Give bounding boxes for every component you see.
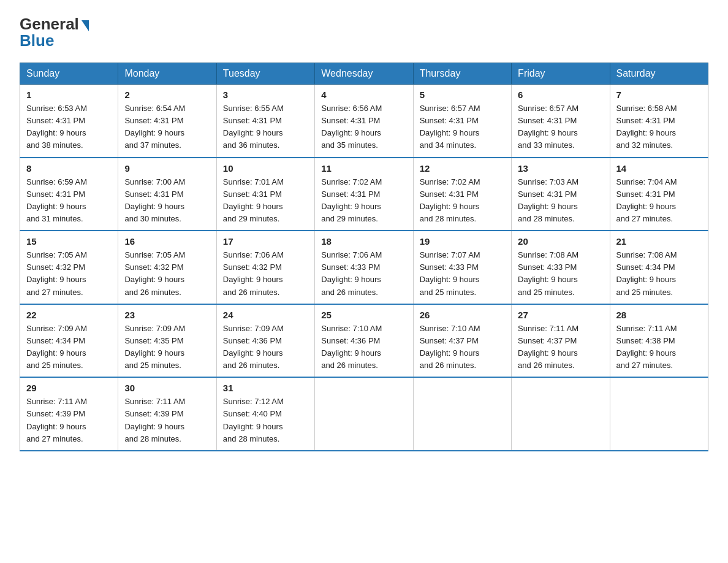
calendar-cell: 31Sunrise: 7:12 AMSunset: 4:40 PMDayligh… (216, 377, 314, 451)
calendar-cell: 11Sunrise: 7:02 AMSunset: 4:31 PMDayligh… (315, 158, 413, 231)
day-number: 20 (518, 236, 603, 247)
day-info: Sunrise: 7:00 AMSunset: 4:31 PMDaylight:… (124, 176, 210, 226)
day-info: Sunrise: 6:53 AMSunset: 4:31 PMDaylight:… (26, 102, 112, 152)
calendar-cell: 26Sunrise: 7:10 AMSunset: 4:37 PMDayligh… (413, 304, 511, 378)
header-sunday: Sunday (20, 63, 118, 85)
calendar-cell: 13Sunrise: 7:03 AMSunset: 4:31 PMDayligh… (512, 158, 610, 231)
week-row-1: 1Sunrise: 6:53 AMSunset: 4:31 PMDaylight… (20, 85, 708, 158)
week-row-2: 8Sunrise: 6:59 AMSunset: 4:31 PMDaylight… (20, 158, 708, 231)
day-info: Sunrise: 7:09 AMSunset: 4:34 PMDaylight:… (26, 323, 112, 372)
page-header: General Blue (20, 15, 708, 50)
calendar-cell: 18Sunrise: 7:06 AMSunset: 4:33 PMDayligh… (315, 231, 413, 304)
day-number: 2 (124, 90, 210, 100)
week-row-5: 29Sunrise: 7:11 AMSunset: 4:39 PMDayligh… (20, 377, 708, 451)
day-number: 8 (26, 163, 112, 174)
calendar-cell: 3Sunrise: 6:55 AMSunset: 4:31 PMDaylight… (216, 85, 314, 158)
header-friday: Friday (512, 63, 610, 85)
day-info: Sunrise: 7:06 AMSunset: 4:33 PMDaylight:… (321, 249, 406, 299)
header-thursday: Thursday (413, 63, 511, 85)
calendar-cell: 20Sunrise: 7:08 AMSunset: 4:33 PMDayligh… (512, 231, 610, 304)
day-info: Sunrise: 7:03 AMSunset: 4:31 PMDaylight:… (518, 176, 603, 226)
header-wednesday: Wednesday (315, 63, 413, 85)
day-info: Sunrise: 7:08 AMSunset: 4:34 PMDaylight:… (616, 249, 702, 299)
day-number: 4 (321, 90, 406, 100)
day-number: 27 (518, 310, 603, 320)
day-info: Sunrise: 7:11 AMSunset: 4:38 PMDaylight:… (616, 323, 702, 372)
calendar-cell: 21Sunrise: 7:08 AMSunset: 4:34 PMDayligh… (610, 231, 708, 304)
day-number: 21 (616, 236, 702, 247)
calendar-cell: 19Sunrise: 7:07 AMSunset: 4:33 PMDayligh… (413, 231, 511, 304)
day-info: Sunrise: 6:57 AMSunset: 4:31 PMDaylight:… (518, 102, 603, 152)
day-number: 19 (420, 236, 505, 247)
calendar-cell: 22Sunrise: 7:09 AMSunset: 4:34 PMDayligh… (20, 304, 118, 378)
day-number: 25 (321, 310, 406, 320)
day-info: Sunrise: 6:55 AMSunset: 4:31 PMDaylight:… (223, 102, 308, 152)
day-number: 24 (223, 310, 308, 320)
calendar-header-row: SundayMondayTuesdayWednesdayThursdayFrid… (20, 63, 708, 85)
day-info: Sunrise: 7:05 AMSunset: 4:32 PMDaylight:… (26, 249, 112, 299)
calendar-cell (315, 377, 413, 451)
calendar-cell: 6Sunrise: 6:57 AMSunset: 4:31 PMDaylight… (512, 85, 610, 158)
day-number: 14 (616, 163, 702, 174)
day-number: 28 (616, 310, 702, 320)
header-tuesday: Tuesday (216, 63, 314, 85)
calendar-cell (512, 377, 610, 451)
day-number: 11 (321, 163, 406, 174)
day-number: 13 (518, 163, 603, 174)
logo: General Blue (20, 15, 89, 50)
day-info: Sunrise: 7:07 AMSunset: 4:33 PMDaylight:… (420, 249, 505, 299)
day-number: 30 (124, 383, 210, 393)
calendar-cell: 1Sunrise: 6:53 AMSunset: 4:31 PMDaylight… (20, 85, 118, 158)
calendar-cell: 28Sunrise: 7:11 AMSunset: 4:38 PMDayligh… (610, 304, 708, 378)
day-number: 1 (26, 90, 112, 100)
calendar-cell: 25Sunrise: 7:10 AMSunset: 4:36 PMDayligh… (315, 304, 413, 378)
day-info: Sunrise: 6:57 AMSunset: 4:31 PMDaylight:… (420, 102, 505, 152)
day-number: 17 (223, 236, 308, 247)
calendar-cell: 8Sunrise: 6:59 AMSunset: 4:31 PMDaylight… (20, 158, 118, 231)
day-number: 9 (124, 163, 210, 174)
day-number: 26 (420, 310, 505, 320)
day-number: 7 (616, 90, 702, 100)
day-number: 3 (223, 90, 308, 100)
day-number: 15 (26, 236, 112, 247)
day-number: 6 (518, 90, 603, 100)
calendar-cell: 7Sunrise: 6:58 AMSunset: 4:31 PMDaylight… (610, 85, 708, 158)
header-saturday: Saturday (610, 63, 708, 85)
day-info: Sunrise: 7:10 AMSunset: 4:37 PMDaylight:… (420, 323, 505, 372)
header-monday: Monday (118, 63, 216, 85)
week-row-3: 15Sunrise: 7:05 AMSunset: 4:32 PMDayligh… (20, 231, 708, 304)
calendar-cell (413, 377, 511, 451)
calendar-cell: 29Sunrise: 7:11 AMSunset: 4:39 PMDayligh… (20, 377, 118, 451)
day-number: 16 (124, 236, 210, 247)
day-info: Sunrise: 6:56 AMSunset: 4:31 PMDaylight:… (321, 102, 406, 152)
day-number: 12 (420, 163, 505, 174)
day-number: 31 (223, 383, 308, 393)
day-info: Sunrise: 7:11 AMSunset: 4:39 PMDaylight:… (26, 396, 112, 445)
day-info: Sunrise: 6:54 AMSunset: 4:31 PMDaylight:… (124, 102, 210, 152)
day-info: Sunrise: 7:02 AMSunset: 4:31 PMDaylight:… (420, 176, 505, 226)
calendar-cell: 2Sunrise: 6:54 AMSunset: 4:31 PMDaylight… (118, 85, 216, 158)
day-info: Sunrise: 7:11 AMSunset: 4:39 PMDaylight:… (124, 396, 210, 445)
day-info: Sunrise: 7:04 AMSunset: 4:31 PMDaylight:… (616, 176, 702, 226)
day-info: Sunrise: 6:58 AMSunset: 4:31 PMDaylight:… (616, 102, 702, 152)
calendar-cell: 4Sunrise: 6:56 AMSunset: 4:31 PMDaylight… (315, 85, 413, 158)
calendar-cell: 15Sunrise: 7:05 AMSunset: 4:32 PMDayligh… (20, 231, 118, 304)
day-info: Sunrise: 7:05 AMSunset: 4:32 PMDaylight:… (124, 249, 210, 299)
logo-text-blue: Blue (20, 31, 54, 50)
day-info: Sunrise: 7:11 AMSunset: 4:37 PMDaylight:… (518, 323, 603, 372)
logo-arrow-icon (82, 20, 89, 31)
day-number: 5 (420, 90, 505, 100)
day-number: 29 (26, 383, 112, 393)
day-info: Sunrise: 7:10 AMSunset: 4:36 PMDaylight:… (321, 323, 406, 372)
day-number: 10 (223, 163, 308, 174)
calendar-cell: 14Sunrise: 7:04 AMSunset: 4:31 PMDayligh… (610, 158, 708, 231)
calendar-cell: 9Sunrise: 7:00 AMSunset: 4:31 PMDaylight… (118, 158, 216, 231)
day-number: 18 (321, 236, 406, 247)
day-info: Sunrise: 6:59 AMSunset: 4:31 PMDaylight:… (26, 176, 112, 226)
day-info: Sunrise: 7:01 AMSunset: 4:31 PMDaylight:… (223, 176, 308, 226)
day-info: Sunrise: 7:09 AMSunset: 4:35 PMDaylight:… (124, 323, 210, 372)
calendar-cell: 10Sunrise: 7:01 AMSunset: 4:31 PMDayligh… (216, 158, 314, 231)
day-info: Sunrise: 7:09 AMSunset: 4:36 PMDaylight:… (223, 323, 308, 372)
calendar-cell (610, 377, 708, 451)
day-info: Sunrise: 7:08 AMSunset: 4:33 PMDaylight:… (518, 249, 603, 299)
